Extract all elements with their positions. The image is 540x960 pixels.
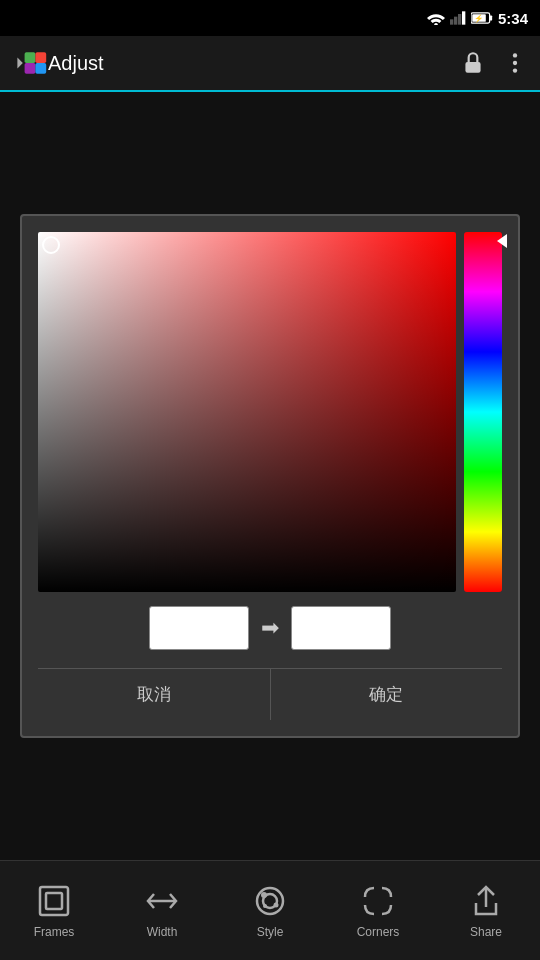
picker-area	[38, 232, 502, 592]
svg-point-0	[434, 23, 438, 25]
app-logo	[12, 45, 48, 81]
frames-icon	[36, 883, 72, 919]
svg-rect-19	[46, 893, 62, 909]
color-picker-dialog: ➡ 取消 确定	[20, 214, 520, 738]
nav-item-share[interactable]: Share	[446, 883, 526, 939]
svg-rect-2	[454, 17, 457, 25]
svg-rect-3	[458, 14, 461, 25]
nav-label-width: Width	[147, 925, 178, 939]
nav-label-style: Style	[257, 925, 284, 939]
svg-rect-11	[35, 52, 46, 63]
svg-rect-14	[465, 62, 480, 73]
dialog-buttons: 取消 确定	[38, 668, 502, 720]
top-bar-actions	[460, 50, 528, 76]
svg-rect-12	[25, 63, 36, 74]
status-icons: ⚡ 5:34	[427, 10, 528, 27]
svg-text:⚡: ⚡	[474, 13, 484, 23]
svg-marker-9	[17, 58, 22, 69]
svg-rect-18	[40, 887, 68, 915]
nav-item-style[interactable]: Style	[230, 883, 310, 939]
svg-rect-1	[450, 19, 453, 24]
picker-cursor	[42, 236, 60, 254]
lock-button[interactable]	[460, 50, 486, 76]
more-vertical-icon	[502, 50, 528, 76]
bottom-nav: Frames Width Style Corners	[0, 860, 540, 960]
svg-rect-4	[462, 11, 465, 24]
wifi-icon	[427, 11, 445, 25]
nav-label-corners: Corners	[357, 925, 400, 939]
svg-point-25	[263, 904, 267, 908]
hue-thumb	[497, 234, 507, 248]
main-area: ➡ 取消 确定	[0, 92, 540, 860]
arrow-icon: ➡	[261, 615, 279, 641]
color-preview-row: ➡	[149, 606, 391, 650]
nav-item-corners[interactable]: Corners	[338, 883, 418, 939]
svg-rect-6	[490, 15, 493, 20]
nav-label-frames: Frames	[34, 925, 75, 939]
more-menu-button[interactable]	[502, 50, 528, 76]
share-icon	[468, 883, 504, 919]
hue-slider[interactable]	[464, 232, 502, 592]
battery-icon: ⚡	[471, 11, 493, 25]
svg-point-15	[513, 53, 517, 57]
svg-point-16	[513, 61, 517, 65]
confirm-button[interactable]: 确定	[271, 669, 503, 720]
nav-label-share: Share	[470, 925, 502, 939]
status-bar: ⚡ 5:34	[0, 0, 540, 36]
lock-icon	[460, 50, 486, 76]
svg-point-24	[274, 902, 279, 907]
status-time: 5:34	[498, 10, 528, 27]
width-icon	[144, 883, 180, 919]
cancel-button[interactable]: 取消	[38, 669, 271, 720]
svg-point-17	[513, 68, 517, 72]
top-bar: Adjust	[0, 36, 540, 92]
corners-icon	[360, 883, 396, 919]
color-after	[291, 606, 391, 650]
color-before	[149, 606, 249, 650]
svg-rect-13	[35, 63, 46, 74]
svg-point-23	[261, 892, 267, 898]
svg-point-21	[257, 888, 283, 914]
nav-item-width[interactable]: Width	[122, 883, 202, 939]
page-title: Adjust	[48, 52, 460, 75]
svg-rect-10	[25, 52, 36, 63]
signal-icon	[450, 11, 466, 25]
nav-item-frames[interactable]: Frames	[14, 883, 94, 939]
style-icon	[252, 883, 288, 919]
saturation-gradient[interactable]	[38, 232, 456, 592]
